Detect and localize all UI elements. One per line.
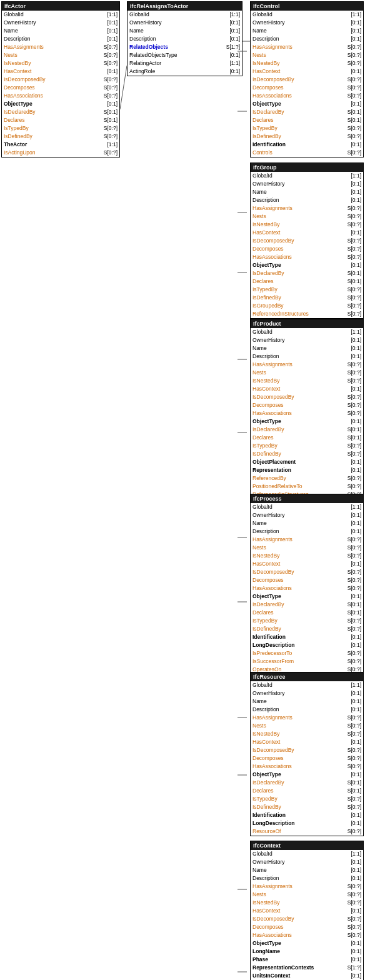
ifc-process-row-hasassignments: HasAssignmentsS[0:?]: [251, 536, 363, 544]
ifc-resource-row-decomposes: DecomposesS[0:?]: [251, 754, 363, 762]
ifc-context-row-phase: Phase[0:1]: [251, 956, 363, 964]
ifc-product-box: IfcProduct GlobalId[1:1] OwnerHistory[0:…: [250, 319, 364, 499]
ifc-product-row-globalid: GlobalId[1:1]: [251, 328, 363, 336]
ifc-process-row-decomposes: DecomposesS[0:?]: [251, 576, 363, 584]
ifc-actor-row-isdefinedby: IsDefinedByS[0:?]: [2, 132, 119, 141]
ifc-group-row-objecttype: ObjectType[0:1]: [251, 261, 363, 269]
ifc-resource-row-nests: NestsS[0:?]: [251, 722, 363, 730]
ifc-context-row-ownerhistory: OwnerHistory[0:1]: [251, 858, 363, 866]
ifc-group-row-hasassignments: HasAssignmentsS[0:?]: [251, 204, 363, 212]
ifc-context-row-representationcontexts: RepresentationContextsS[1:?]: [251, 964, 363, 972]
ifc-context-row-name: Name[0:1]: [251, 866, 363, 874]
ifc-control-row-isdefinedby: IsDefinedByS[0:?]: [251, 132, 363, 141]
ifc-product-row-ownerhistory: OwnerHistory[0:1]: [251, 336, 363, 344]
ifc-process-row-declares: DeclaresS[0:1]: [251, 609, 363, 617]
ifc-resource-row-identification: Identification[0:1]: [251, 811, 363, 819]
ifc-actor-row-globalid: GlobalId[1:1]: [2, 11, 119, 19]
ifc-product-row-isdeclaredby: IsDeclaredByS[0:1]: [251, 426, 363, 434]
ifc-group-row-hascontext: HasContext[0:1]: [251, 229, 363, 237]
ifc-actor-row-isdeclaredby: IsDeclaredByS[0:1]: [2, 108, 119, 116]
ifc-rela-row-relatingactor: RelatingActor[1:1]: [128, 59, 242, 68]
ifc-control-row-isnestedby: IsNestedByS[0:?]: [251, 59, 363, 68]
ifc-control-row-globalid: GlobalId[1:1]: [251, 11, 363, 19]
ifc-context-row-isnestedby: IsNestedByS[0:?]: [251, 899, 363, 907]
ifc-process-row-hascontext: HasContext[0:1]: [251, 560, 363, 568]
ifc-actor-row-objecttype: ObjectType[0:1]: [2, 100, 119, 108]
ifc-actor-row-istypedby: IsTypedByS[0:?]: [2, 124, 119, 132]
ifc-relassignstoactor-header: IfcRelAssignsToActor: [128, 2, 242, 11]
ifc-resource-row-name: Name[0:1]: [251, 698, 363, 706]
ifc-control-row-decomposes: DecomposesS[0:?]: [251, 84, 363, 92]
ifc-group-row-referencedinstructures: ReferencedInStructuresS[0:?]: [251, 310, 363, 318]
ifc-resource-row-ownerhistory: OwnerHistory[0:1]: [251, 689, 363, 698]
ifc-process-row-name: Name[0:1]: [251, 519, 363, 528]
ifc-product-row-name: Name[0:1]: [251, 344, 363, 352]
ifc-resource-row-istypedby: IsTypedByS[0:?]: [251, 795, 363, 803]
ifc-actor-header: IfcActor: [2, 2, 119, 11]
ifc-context-row-globalid: GlobalId[1:1]: [251, 850, 363, 858]
ifc-product-row-nests: NestsS[0:?]: [251, 369, 363, 377]
ifc-resource-header: IfcResource: [251, 672, 363, 681]
ifc-rela-row-description: Description[0:1]: [128, 35, 242, 43]
ifc-process-row-isdecomposedby: IsDecomposedByS[0:?]: [251, 568, 363, 576]
ifc-group-row-ownerhistory: OwnerHistory[0:1]: [251, 180, 363, 188]
ifc-actor-row-theactor: TheActor[1:1]: [2, 141, 119, 149]
ifc-context-row-hasassociations: HasAssociationsS[0:?]: [251, 931, 363, 939]
ifc-product-row-positionedrelativeto: PositionedRelativeToS[0:?]: [251, 482, 363, 491]
ifc-group-row-description: Description[0:1]: [251, 196, 363, 204]
ifc-rela-row-globalid: GlobalId[1:1]: [128, 11, 242, 19]
ifc-product-row-decomposes: DecomposesS[0:?]: [251, 401, 363, 409]
ifc-actor-row-declares: DeclaresS[0:1]: [2, 116, 119, 124]
ifc-resource-row-hasassociations: HasAssociationsS[0:?]: [251, 762, 363, 771]
ifc-process-row-description: Description[0:1]: [251, 528, 363, 536]
ifc-resource-row-description: Description[0:1]: [251, 706, 363, 714]
ifc-group-box: IfcGroup GlobalId[1:1] OwnerHistory[0:1]…: [250, 162, 364, 319]
ifc-product-row-objecttype: ObjectType[0:1]: [251, 418, 363, 426]
ifc-group-row-hasassociations: HasAssociationsS[0:?]: [251, 253, 363, 261]
ifc-control-row-ownerhistory: OwnerHistory[0:1]: [251, 19, 363, 27]
ifc-actor-row-isactingupon: IsActingUponS[0:?]: [2, 149, 119, 157]
ifc-relassignstoactor-box: IfcRelAssignsToActor GlobalId[1:1] Owner…: [127, 1, 242, 76]
ifc-resource-row-resourceof: ResourceOfS[0:?]: [251, 828, 363, 836]
ifc-control-row-name: Name[0:1]: [251, 27, 363, 35]
ifc-resource-row-isdecomposedby: IsDecomposedByS[0:?]: [251, 746, 363, 754]
ifc-process-header: IfcProcess: [251, 494, 363, 503]
ifc-rela-row-ownerhistory: OwnerHistory[0:1]: [128, 19, 242, 27]
ifc-process-row-longdescription: LongDescription[0:1]: [251, 641, 363, 649]
ifc-context-row-nests: NestsS[0:?]: [251, 891, 363, 899]
ifc-group-row-isdeclaredby: IsDeclaredByS[0:1]: [251, 269, 363, 278]
ifc-actor-row-isdecomposedby: IsDecomposedByS[0:?]: [2, 76, 119, 84]
ifc-context-row-longname: LongName[0:1]: [251, 948, 363, 956]
ifc-product-row-objectplacement: ObjectPlacement[0:1]: [251, 458, 363, 466]
ifc-group-row-isdefinedby: IsDefinedByS[0:?]: [251, 294, 363, 302]
ifc-process-row-objecttype: ObjectType[0:1]: [251, 592, 363, 601]
ifc-resource-row-longdescription: LongDescription[0:1]: [251, 819, 363, 828]
ifc-resource-row-hascontext: HasContext[0:1]: [251, 738, 363, 746]
ifc-product-row-representation: Representation[0:1]: [251, 466, 363, 474]
ifc-control-row-description: Description[0:1]: [251, 35, 363, 43]
ifc-resource-row-isdefinedby: IsDefinedByS[0:?]: [251, 803, 363, 811]
ifc-control-row-isdecomposedby: IsDecomposedByS[0:?]: [251, 76, 363, 84]
ifc-product-row-description: Description[0:1]: [251, 352, 363, 361]
ifc-group-row-declares: DeclaresS[0:1]: [251, 278, 363, 286]
ifc-product-row-hasassignments: HasAssignmentsS[0:?]: [251, 361, 363, 369]
ifc-control-row-hasassociations: HasAssociationsS[0:?]: [251, 92, 363, 100]
ifc-rela-row-name: Name[0:1]: [128, 27, 242, 35]
ifc-context-box: IfcContext GlobalId[1:1] OwnerHistory[0:…: [250, 841, 364, 980]
ifc-context-row-hasassignments: HasAssignmentsS[0:?]: [251, 882, 363, 891]
ifc-group-row-isdecomposedby: IsDecomposedByS[0:?]: [251, 237, 363, 245]
ifc-control-row-identification: Identification[0:1]: [251, 141, 363, 149]
ifc-process-row-isnestedby: IsNestedByS[0:?]: [251, 552, 363, 560]
ifc-process-row-ispredecessorto: IsPredecessorToS[0:?]: [251, 649, 363, 658]
ifc-resource-row-declares: DeclaresS[0:1]: [251, 787, 363, 795]
ifc-context-row-isdecomposedby: IsDecomposedByS[0:?]: [251, 915, 363, 923]
ifc-context-header: IfcContext: [251, 841, 363, 850]
ifc-control-row-isdeclaredby: IsDeclaredByS[0:1]: [251, 108, 363, 116]
ifc-actor-row-hasassignments: HasAssignmentsS[0:?]: [2, 43, 119, 51]
ifc-process-row-isdeclaredby: IsDeclaredByS[0:1]: [251, 601, 363, 609]
ifc-product-row-hascontext: HasContext[0:1]: [251, 385, 363, 393]
ifc-control-row-controls: ControlsS[0:?]: [251, 149, 363, 157]
ifc-group-row-decomposes: DecomposesS[0:?]: [251, 245, 363, 253]
ifc-process-row-nests: NestsS[0:?]: [251, 544, 363, 552]
ifc-context-row-hascontext: HasContext[0:1]: [251, 907, 363, 915]
